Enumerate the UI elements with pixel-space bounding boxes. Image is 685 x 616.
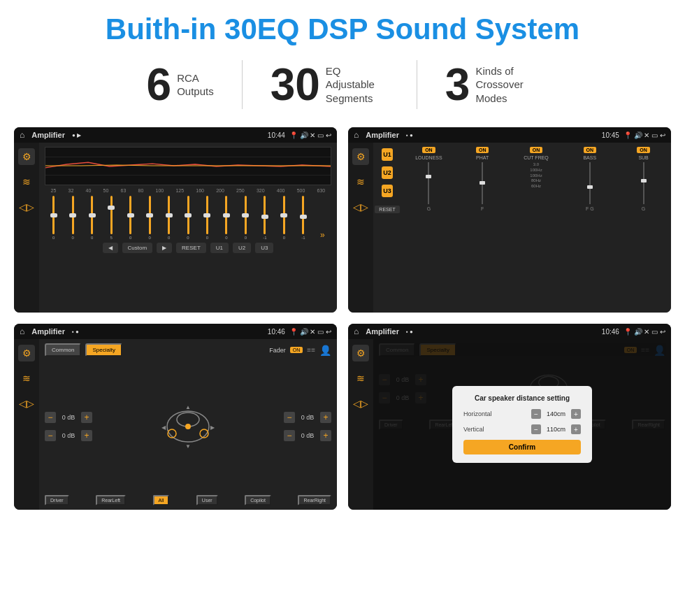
bass-label: BASS (583, 155, 596, 160)
db-minus-bl[interactable]: − (45, 430, 56, 441)
eq-u1-btn[interactable]: U1 (210, 243, 229, 253)
status-dots-1: ● ▶ (72, 132, 81, 138)
eq-slider-10[interactable]: 0 (237, 196, 254, 240)
eq-icon-3[interactable]: ⚙ (18, 345, 35, 361)
db-plus-tl[interactable]: + (81, 412, 92, 423)
wave-icon-1[interactable]: ≋ (18, 173, 35, 190)
fader-label: Fader (269, 347, 286, 354)
horizontal-plus[interactable]: + (571, 409, 581, 419)
db-row-bottom-right: − 0 dB + (284, 430, 331, 441)
cutfreq-on[interactable]: ON (530, 147, 543, 153)
all-btn-3[interactable]: All (153, 495, 170, 506)
horizontal-control: − 140cm + (531, 409, 581, 419)
screen-content-3: ⚙ ≋ ◁▷ Common Specialty Fader ON ≡≡ 👤 (14, 339, 337, 509)
loudness-on[interactable]: ON (422, 147, 435, 153)
u2-button[interactable]: U2 (382, 166, 393, 179)
eq-u2-btn[interactable]: U2 (233, 243, 251, 253)
stat-rca: 6 RCAOutputs (119, 62, 242, 107)
eq-slider-4[interactable]: 0 (122, 196, 139, 240)
eq-icon-2[interactable]: ⚙ (352, 148, 369, 165)
eq-more[interactable]: » (314, 216, 331, 240)
eq-screen: 25 32 40 50 63 80 100 125 160 200 250 32… (39, 143, 337, 313)
db-plus-bl[interactable]: + (81, 430, 92, 441)
svg-point-8 (185, 424, 191, 429)
eq-slider-12[interactable]: 0 (275, 196, 293, 240)
phat-on[interactable]: ON (476, 147, 489, 153)
eq-slider-8[interactable]: 0 (199, 196, 216, 240)
eq-slider-11[interactable]: -1 (256, 196, 273, 240)
user-btn-3[interactable]: User (196, 495, 218, 506)
db-value-bl: 0 dB (59, 432, 78, 439)
stats-row: 6 RCAOutputs 30 EQ AdjustableSegments 3 … (0, 53, 685, 120)
screen-dialog: ⌂ Amplifier ▪ ● 10:46 📍 🔊 ✕ ▭ ↩ ⚙ ≋ ◁▷ C… (348, 324, 671, 509)
status-dots-3: ▪ ● (72, 329, 79, 335)
driver-btn-3[interactable]: Driver (45, 495, 69, 506)
stat-rca-number: 6 (147, 62, 172, 107)
speaker-icon-1[interactable]: ◁▷ (18, 199, 35, 215)
db-minus-tl[interactable]: − (45, 412, 56, 423)
eq-u3-btn[interactable]: U3 (255, 243, 273, 253)
db-row-top-right: − 0 dB + (284, 412, 331, 423)
cx-reset-btn[interactable]: RESET (375, 206, 399, 213)
eq-play-btn[interactable]: ▶ (157, 243, 172, 253)
side-icons-2: ⚙ ≋ ◁▷ (348, 143, 373, 313)
common-tab-3[interactable]: Common (45, 343, 81, 357)
eq-slider-2[interactable]: 0 (83, 196, 101, 240)
wave-icon-3[interactable]: ≋ (18, 370, 35, 387)
copilot-btn-3[interactable]: Copilot (245, 495, 271, 506)
rearleft-btn-3[interactable]: RearLeft (96, 495, 126, 506)
eq-slider-0[interactable]: 0 (45, 196, 62, 240)
wave-icon-2[interactable]: ≋ (352, 173, 369, 190)
fader-person-icon[interactable]: 👤 (319, 345, 331, 356)
vertical-value: 110cm (544, 426, 568, 433)
eq-slider-9[interactable]: 0 (217, 196, 235, 240)
db-minus-tr[interactable]: − (284, 412, 295, 423)
vertical-minus[interactable]: − (531, 424, 541, 434)
bass-on[interactable]: ON (584, 147, 597, 153)
eq-icon-4[interactable]: ⚙ (352, 345, 369, 361)
stat-rca-label: RCAOutputs (177, 71, 214, 99)
crossover-main-area: U1 U2 U3 RESET ON LOUDNESS (373, 143, 671, 313)
status-icons-2: 📍 🔊 ✕ ▭ ↩ (623, 131, 665, 139)
eq-reset-btn[interactable]: RESET (176, 243, 206, 253)
stat-crossover-label: Kinds ofCrossover Modes (475, 64, 538, 106)
stat-eq-number: 30 (271, 62, 320, 107)
eq-graph (45, 147, 331, 185)
speaker-icon-3[interactable]: ◁▷ (18, 395, 35, 412)
horizontal-minus[interactable]: − (531, 409, 541, 419)
eq-slider-13[interactable]: -1 (294, 196, 312, 240)
eq-slider-6[interactable]: 0 (160, 196, 178, 240)
screen-content-2: ⚙ ≋ ◁▷ U1 U2 U3 RESET (348, 143, 671, 313)
db-plus-tr[interactable]: + (320, 412, 331, 423)
eq-icon-1[interactable]: ⚙ (18, 148, 35, 165)
side-icons-3: ⚙ ≋ ◁▷ (14, 339, 39, 509)
db-minus-br[interactable]: − (284, 430, 295, 441)
speaker-icon-2[interactable]: ◁▷ (352, 199, 369, 215)
eq-custom-btn[interactable]: Custom (122, 243, 153, 253)
eq-prev-btn[interactable]: ◀ (103, 243, 118, 253)
horizontal-value: 140cm (544, 410, 568, 417)
eq-slider-1[interactable]: 0 (64, 196, 81, 240)
confirm-button[interactable]: Confirm (463, 440, 581, 454)
speaker-icon-4[interactable]: ◁▷ (352, 395, 369, 412)
stat-crossover: 3 Kinds ofCrossover Modes (417, 62, 567, 107)
eq-slider-3[interactable]: 5 (102, 196, 120, 240)
sub-on[interactable]: ON (637, 147, 650, 153)
eq-slider-5[interactable]: 0 (140, 196, 158, 240)
rearright-btn-3[interactable]: RearRight (298, 495, 331, 506)
status-dots-4: ▪ ● (406, 329, 413, 335)
stat-eq: 30 EQ AdjustableSegments (243, 62, 417, 107)
vertical-plus[interactable]: + (571, 424, 581, 434)
status-time-2: 10:45 (602, 131, 619, 139)
horizontal-row: Horizontal − 140cm + (463, 409, 581, 419)
fader-on-toggle[interactable]: ON (290, 347, 303, 353)
db-plus-br[interactable]: + (320, 430, 331, 441)
u3-button[interactable]: U3 (382, 185, 393, 197)
dialog-overlay: Car speaker distance setting Horizontal … (373, 339, 671, 509)
wave-icon-4[interactable]: ≋ (352, 370, 369, 387)
eq-slider-7[interactable]: 0 (179, 196, 196, 240)
status-time-4: 10:46 (602, 328, 619, 336)
specialty-tab-3[interactable]: Specialty (85, 343, 122, 357)
side-icons-1: ⚙ ≋ ◁▷ (14, 143, 39, 313)
u1-button[interactable]: U1 (382, 148, 393, 161)
